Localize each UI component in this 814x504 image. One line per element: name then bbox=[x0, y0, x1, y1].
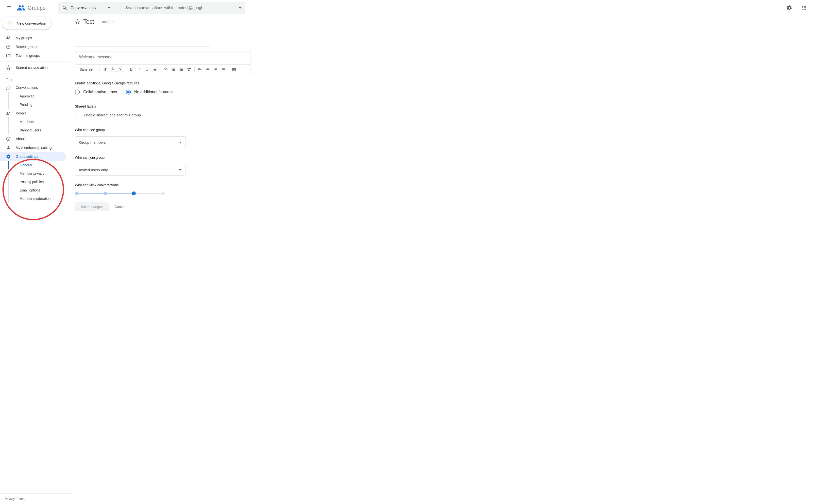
align-left-button[interactable] bbox=[196, 66, 204, 73]
sidebar-item-favorite-groups[interactable]: Favorite groups bbox=[0, 51, 66, 60]
folder-icon bbox=[6, 53, 11, 58]
sidebar-item-recent-groups[interactable]: Recent groups bbox=[0, 42, 66, 51]
strikethrough-button[interactable]: S bbox=[151, 66, 159, 73]
section-who-view-title: Who can view conversations bbox=[75, 183, 251, 187]
sidebar-sub-email-options[interactable]: Email options bbox=[8, 186, 71, 194]
search-options-icon[interactable] bbox=[239, 7, 242, 9]
sidebar-item-group-settings[interactable]: Group settings bbox=[0, 152, 66, 161]
font-size-button[interactable] bbox=[101, 66, 109, 73]
underline-button[interactable]: U bbox=[143, 66, 151, 73]
people-icon bbox=[6, 111, 11, 116]
who-see-dropdown[interactable]: Group members bbox=[75, 136, 186, 148]
link-icon bbox=[163, 67, 168, 72]
terms-link[interactable]: Terms bbox=[17, 497, 25, 501]
sidebar-sub-members[interactable]: Members bbox=[8, 118, 71, 126]
shared-labels-label: Enable shared labels for this group bbox=[84, 113, 141, 117]
product-logo[interactable]: Groups bbox=[17, 3, 45, 12]
align-right-button[interactable] bbox=[212, 66, 219, 73]
section-features-title: Enable additional Google Groups features bbox=[75, 81, 251, 85]
page-header: Test 1 member bbox=[71, 16, 814, 29]
composer-area[interactable] bbox=[75, 29, 210, 47]
svg-point-4 bbox=[9, 148, 10, 149]
align-center-button[interactable] bbox=[204, 66, 212, 73]
new-conversation-button[interactable]: New conversation bbox=[2, 17, 51, 30]
privacy-link[interactable]: Privacy bbox=[5, 497, 15, 501]
sidebar-item-conversations[interactable]: Conversations bbox=[0, 83, 66, 92]
favorite-star-button[interactable] bbox=[75, 19, 80, 24]
section-who-see-title: Who can see group bbox=[75, 128, 251, 132]
chat-icon bbox=[6, 85, 11, 90]
apps-grid-icon bbox=[801, 5, 807, 11]
groups-icon bbox=[6, 35, 11, 40]
bullet-list-button[interactable] bbox=[177, 66, 185, 73]
shared-labels-checkbox[interactable] bbox=[75, 113, 79, 117]
groups-logo-icon bbox=[17, 3, 26, 12]
insert-image-button[interactable] bbox=[230, 66, 238, 73]
info-icon bbox=[6, 136, 11, 141]
radio-no-additional[interactable]: No additional features bbox=[126, 90, 173, 95]
section-shared-labels-title: Shared labels bbox=[75, 104, 251, 108]
caret-down-icon bbox=[179, 169, 181, 171]
search-input[interactable] bbox=[125, 6, 236, 10]
main-menu-button[interactable] bbox=[3, 2, 15, 14]
cancel-button[interactable]: Cancel bbox=[114, 205, 125, 209]
features-radio-group: Collaborative Inbox No additional featur… bbox=[75, 90, 251, 95]
numbered-list-button[interactable] bbox=[170, 66, 177, 73]
list-ol-icon bbox=[171, 67, 176, 72]
shared-labels-checkbox-row: Enable shared labels for this group bbox=[75, 113, 251, 117]
save-button[interactable]: Save changes bbox=[75, 202, 109, 211]
gear-icon bbox=[6, 154, 11, 159]
sidebar-item-membership-settings[interactable]: My membership settings bbox=[0, 143, 66, 152]
group-section-label: Test bbox=[0, 75, 71, 83]
star-icon bbox=[6, 65, 11, 70]
section-who-join-title: Who can join group bbox=[75, 156, 251, 159]
header-actions bbox=[784, 3, 811, 13]
sidebar-item-people[interactable]: People bbox=[0, 109, 66, 118]
welcome-message-input[interactable] bbox=[75, 51, 251, 63]
sidebar-sub-approved[interactable]: Approved bbox=[8, 92, 71, 100]
link-button[interactable] bbox=[162, 66, 169, 73]
person-gear-icon bbox=[6, 145, 11, 150]
sidebar-item-about[interactable]: About bbox=[0, 134, 66, 143]
sidebar-sub-general[interactable]: General bbox=[8, 161, 71, 169]
align-right-icon bbox=[214, 67, 218, 72]
hamburger-icon bbox=[6, 5, 12, 11]
clear-format-icon bbox=[187, 67, 191, 72]
action-buttons: Save changes Cancel bbox=[75, 202, 251, 211]
sidebar-sub-banned[interactable]: Banned users bbox=[8, 126, 71, 134]
format-toolbar: Sans Serif A B I U S bbox=[75, 64, 251, 74]
sidebar-sub-posting-policies[interactable]: Posting policies bbox=[8, 178, 71, 186]
sidebar-sub-member-moderation[interactable]: Member moderation bbox=[8, 194, 71, 203]
sidebar-sub-member-privacy[interactable]: Member privacy bbox=[8, 169, 71, 178]
bold-button[interactable]: B bbox=[128, 66, 135, 73]
sidebar-sub-pending[interactable]: Pending bbox=[8, 100, 71, 109]
align-justify-icon bbox=[221, 67, 226, 72]
sidebar-item-my-groups[interactable]: My groups bbox=[0, 33, 66, 42]
clock-icon bbox=[6, 44, 11, 49]
gear-icon bbox=[786, 5, 792, 11]
radio-icon bbox=[75, 90, 80, 95]
text-size-icon bbox=[103, 67, 107, 72]
list-ul-icon bbox=[179, 67, 183, 72]
page-title: Test bbox=[83, 18, 94, 25]
image-icon bbox=[232, 67, 236, 72]
header: Groups Conversations bbox=[0, 0, 814, 16]
caret-down-icon bbox=[179, 142, 181, 143]
radio-collaborative-inbox[interactable]: Collaborative Inbox bbox=[75, 90, 117, 95]
apps-button[interactable] bbox=[799, 3, 809, 13]
main-content: Test 1 member Sans Serif A B I U S bbox=[71, 16, 814, 504]
search-icon[interactable] bbox=[62, 5, 67, 11]
align-justify-button[interactable] bbox=[220, 66, 227, 73]
who-view-slider[interactable] bbox=[77, 191, 163, 195]
search-bar: Conversations bbox=[58, 2, 246, 14]
text-color-button[interactable]: A bbox=[109, 66, 116, 72]
clear-format-button[interactable] bbox=[185, 66, 193, 73]
italic-button[interactable]: I bbox=[135, 66, 143, 73]
highlight-button[interactable] bbox=[117, 66, 124, 72]
align-center-icon bbox=[206, 67, 210, 72]
settings-button[interactable] bbox=[784, 3, 794, 13]
who-join-dropdown[interactable]: Invited users only bbox=[75, 164, 186, 176]
sidebar-item-starred[interactable]: Starred conversations bbox=[0, 63, 66, 72]
search-scope-selector[interactable]: Conversations bbox=[70, 6, 116, 10]
font-selector[interactable]: Sans Serif bbox=[77, 67, 98, 71]
